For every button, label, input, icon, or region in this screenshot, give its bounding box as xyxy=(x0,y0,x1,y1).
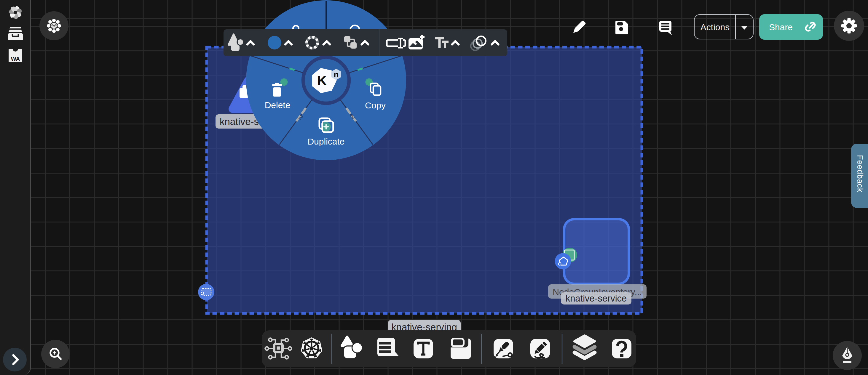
svg-text:n: n xyxy=(334,70,339,79)
svg-text:Delete: Delete xyxy=(265,100,290,110)
svg-text:K: K xyxy=(317,73,327,88)
svg-text:Copy: Copy xyxy=(365,100,386,110)
svg-text:knative-service: knative-service xyxy=(566,293,627,304)
svg-text:WA: WA xyxy=(11,56,20,62)
svg-text:Duplicate: Duplicate xyxy=(307,137,344,146)
